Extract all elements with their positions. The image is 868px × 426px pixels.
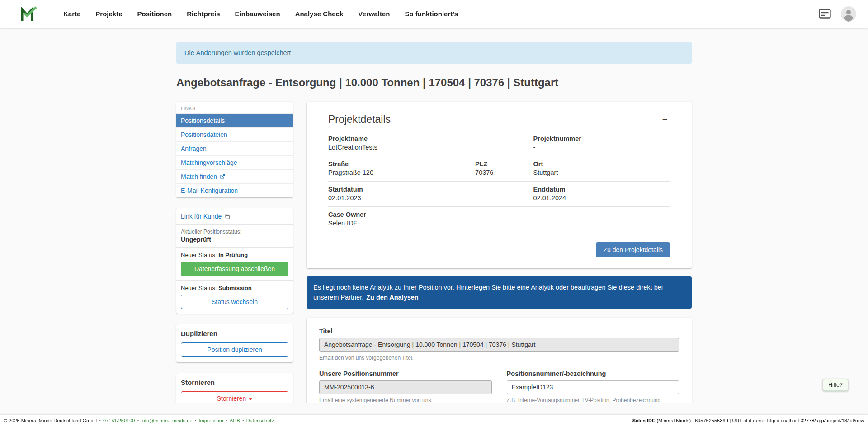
title-input (319, 338, 679, 352)
external-link-icon (220, 174, 225, 179)
duplicate-position-button[interactable]: Position duplizieren (181, 342, 288, 357)
our-number-field: Unsere Positionsnummer Erhält eine syste… (319, 370, 492, 403)
divider (176, 247, 293, 248)
success-alert: Die Änderungen wurden gespeichert (176, 42, 692, 64)
position-number-label: Positionsnummer/-bezeichnung (507, 370, 679, 377)
sidebar-item-label: Match finden (181, 173, 217, 180)
divider (176, 224, 293, 225)
nav-verwalten[interactable]: Verwalten (358, 10, 390, 18)
project-fields: Projektname LotCreationTests Projektnumm… (328, 131, 670, 232)
content-viewport: Die Änderungen wurden gespeichert Angebo… (0, 28, 868, 403)
separator-dot: • (242, 418, 244, 423)
project-field-row: Straße Pragstraße 120 PLZ 70376 Ort Stut… (328, 156, 670, 182)
switch-status-button[interactable]: Status wechseln (181, 295, 288, 309)
links-header: LINKS (176, 102, 293, 113)
separator-dot: • (195, 418, 197, 423)
nav-positionen[interactable]: Positionen (137, 10, 172, 18)
sidebar-item-email-konfiguration[interactable]: E-Mail Konfiguration (176, 183, 293, 197)
top-navbar: Karte Projekte Positionen Richtpreis Ein… (0, 0, 868, 28)
footer-agb-link[interactable]: AGB (230, 418, 240, 423)
project-details-title: Projektdetails (328, 113, 391, 126)
cancel-dropdown-button[interactable]: Stornieren (181, 391, 288, 403)
links-card: LINKS Positionsdetails Positionsdateien … (176, 102, 293, 197)
nav-richtpreis[interactable]: Richtpreis (187, 10, 220, 18)
sidebar-item-positionsdateien[interactable]: Positionsdateien (176, 127, 293, 141)
field-startdatum: Startdatum 02.01.2023 (328, 186, 533, 201)
sidebar-item-positionsdetails[interactable]: Positionsdetails (176, 113, 293, 127)
project-details-card: Projektdetails – Projektname LotCreation… (307, 102, 692, 268)
customer-link[interactable]: Link für Kunde (181, 213, 288, 220)
new-status-line: Neuer Status: Submission (181, 285, 288, 291)
separator-dot: • (137, 418, 139, 423)
field-plz: PLZ 70376 (475, 160, 533, 176)
footer-phone-link[interactable]: 07151/250100 (103, 418, 135, 423)
title-field-label: Titel (319, 328, 679, 335)
sidebar-item-label: Positionsdateien (181, 131, 227, 138)
separator-dot: • (226, 418, 227, 423)
sidebar-item-label: Matchingvorschläge (181, 159, 237, 166)
collapse-card-button[interactable]: – (660, 113, 670, 124)
title-help-text: Erhält den von uns vorgegebenen Titel. (319, 355, 679, 361)
new-status-value: Submission (218, 285, 252, 291)
server-icon[interactable] (819, 9, 831, 19)
field-value: Stuttgart (533, 169, 670, 176)
status-card: Link für Kunde Aktueller Positionsstatus… (176, 208, 293, 314)
duplicate-card: Duplizieren Position duplizieren (176, 324, 293, 362)
new-status-value: In Prüfung (218, 252, 248, 258)
position-number-field: Positionsnummer/-bezeichnung Z.B. Intern… (507, 370, 679, 403)
complete-data-entry-button[interactable]: Datenerfassung abschließen (181, 262, 288, 276)
our-number-label: Unsere Positionsnummer (319, 370, 492, 377)
footer-email-link[interactable]: info@mineral-minds.de (141, 418, 192, 423)
banner-text: Es liegt noch keine Analytik zu Ihrer Po… (313, 284, 663, 301)
field-ort: Ort Stuttgart (533, 160, 670, 176)
sidebar-item-match-finden[interactable]: Match finden (176, 169, 293, 183)
field-label: Startdatum (328, 186, 533, 193)
analytics-banner: Es liegt noch keine Analytik zu Ihrer Po… (307, 276, 692, 309)
nav-einbauweisen[interactable]: Einbauweisen (235, 10, 280, 18)
our-number-help-text: Erhält eine systemgenerierte Nummer von … (319, 397, 492, 403)
page-title: Angebotsanfrage - Entsorgung | 10.000 To… (176, 76, 692, 95)
project-field-row: Projektname LotCreationTests Projektnumm… (328, 131, 670, 156)
cancel-card: Stornieren Stornieren (176, 373, 293, 403)
sidebar-item-label: Anfragen (181, 145, 207, 152)
field-value: Pragstraße 120 (328, 169, 475, 176)
position-number-help-text: Z.B. Interne-Vorgangsnummer, LV-Position… (507, 397, 679, 403)
footer-left: © 2025 Mineral Minds Deutschland GmbH • … (4, 418, 274, 423)
footer-impressum-link[interactable]: Impressum (198, 418, 223, 423)
our-number-input (319, 380, 492, 394)
footer-datenschutz-link[interactable]: Datenschutz (246, 418, 274, 423)
field-value: 02.01.2024 (533, 194, 670, 201)
nav-karte[interactable]: Karte (63, 10, 80, 18)
sidebar-item-anfragen[interactable]: Anfragen (176, 141, 293, 155)
duplicate-card-title: Duplizieren (181, 330, 288, 337)
user-avatar[interactable] (841, 6, 856, 22)
field-value: 02.01.2023 (328, 194, 533, 201)
field-label: Projektnummer (533, 135, 670, 142)
project-field-row: Case Owner Selen IDE (328, 207, 670, 232)
new-status-label: Neuer Status: (181, 285, 217, 291)
nav-so-funktionierts[interactable]: So funktioniert's (405, 10, 458, 18)
field-enddatum: Enddatum 02.01.2024 (533, 186, 670, 201)
customer-link-label: Link für Kunde (181, 213, 222, 220)
new-status-line: Neuer Status: In Prüfung (181, 252, 288, 258)
position-number-input[interactable] (507, 380, 679, 394)
brand-logo[interactable] (20, 6, 37, 22)
new-status-label: Neuer Status: (181, 252, 217, 258)
field-value: - (533, 144, 670, 151)
footer-user-name: Selen IDE (632, 418, 656, 423)
go-to-analyses-link[interactable]: Zu den Analysen (366, 294, 418, 301)
field-projektnummer: Projektnummer - (533, 135, 670, 151)
help-button[interactable]: Hilfe? (823, 379, 848, 391)
divider (176, 280, 293, 281)
field-label: Straße (328, 160, 475, 168)
main-nav: Karte Projekte Positionen Richtpreis Ein… (63, 10, 819, 18)
cancel-card-title: Stornieren (181, 379, 288, 386)
nav-analyse-check[interactable]: Analyse Check (295, 10, 344, 18)
nav-projekte[interactable]: Projekte (95, 10, 122, 18)
copy-icon (224, 214, 230, 220)
go-to-project-details-button[interactable]: Zu den Projektdetails (596, 242, 670, 257)
field-label: PLZ (475, 160, 533, 168)
field-label: Case Owner (328, 211, 670, 218)
project-field-row: Startdatum 02.01.2023 Enddatum 02.01.202… (328, 182, 670, 207)
sidebar-item-matchingvorschlaege[interactable]: Matchingvorschläge (176, 155, 293, 169)
